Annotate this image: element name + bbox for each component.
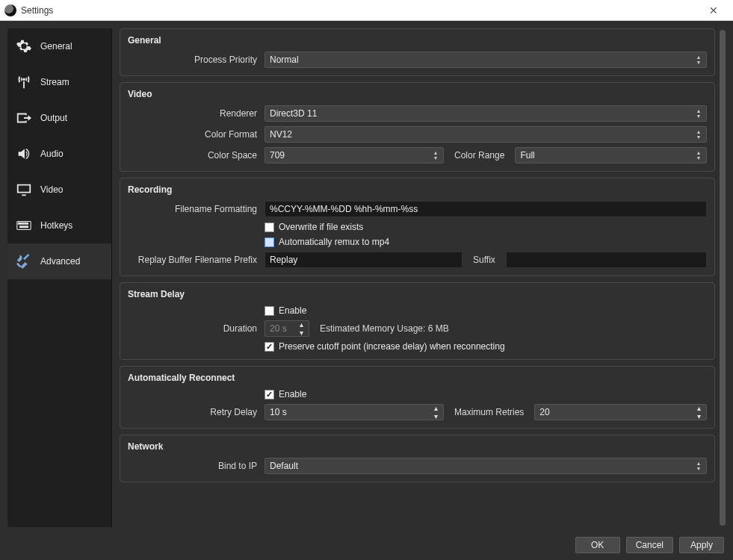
- cancel-button[interactable]: Cancel: [626, 537, 673, 553]
- svg-rect-5: [27, 223, 28, 224]
- sidebar-item-label: Video: [40, 184, 63, 195]
- sidebar-item-label: Output: [40, 113, 67, 123]
- replay-prefix-label: Replay Buffer Filename Prefix: [128, 255, 259, 265]
- sidebar-item-label: General: [40, 41, 72, 52]
- bind-ip-label: Bind to IP: [128, 461, 259, 471]
- ok-button[interactable]: OK: [575, 537, 620, 553]
- renderer-label: Renderer: [128, 108, 259, 119]
- chevron-updown-icon: ▲▼: [693, 148, 705, 163]
- sidebar-item-label: Stream: [40, 77, 69, 87]
- sidebar-item-advanced[interactable]: Advanced: [7, 243, 111, 279]
- antenna-icon: [15, 73, 33, 91]
- group-network: Network Bind to IP Default ▲▼: [120, 435, 715, 482]
- process-priority-select[interactable]: Normal ▲▼: [265, 52, 707, 68]
- replay-prefix-input[interactable]: Replay: [265, 252, 463, 268]
- retry-delay-spin[interactable]: 10 s ▴▾: [265, 404, 444, 420]
- sidebar-item-output[interactable]: Output: [7, 100, 111, 136]
- estimated-memory-label: Estimated Memory Usage: 6 MB: [315, 323, 454, 334]
- sidebar-item-audio[interactable]: Audio: [7, 136, 111, 172]
- reconnect-enable-checkbox[interactable]: Enable: [265, 389, 306, 399]
- speaker-icon: [15, 145, 33, 163]
- content-scrollbar[interactable]: [720, 30, 726, 526]
- sidebar-item-general[interactable]: General: [7, 28, 111, 64]
- retry-delay-label: Retry Delay: [128, 407, 259, 417]
- checkbox-icon: [265, 390, 274, 399]
- tools-icon: [15, 252, 33, 270]
- settings-content: General Process Priority Normal ▲▼ Video…: [120, 28, 717, 527]
- color-space-label: Color Space: [128, 150, 259, 161]
- apply-button[interactable]: Apply: [679, 537, 724, 553]
- color-space-select[interactable]: 709 ▲▼: [265, 147, 444, 164]
- bind-ip-select[interactable]: Default ▲▼: [265, 458, 707, 474]
- chevron-updown-icon: ▴▾: [693, 404, 705, 420]
- sidebar-item-stream[interactable]: Stream: [7, 64, 111, 100]
- preserve-cutoff-checkbox[interactable]: Preserve cutoff point (increase delay) w…: [265, 341, 505, 352]
- svg-rect-2: [20, 223, 22, 224]
- max-retries-spin[interactable]: 20 ▴▾: [534, 404, 707, 420]
- window-titlebar: Settings ✕: [0, 0, 733, 21]
- svg-rect-3: [22, 223, 24, 224]
- group-video: Video Renderer Direct3D 11 ▲▼ Color Form…: [120, 82, 715, 172]
- overwrite-checkbox[interactable]: Overwrite if file exists: [265, 222, 363, 232]
- filename-formatting-label: Filename Formatting: [128, 204, 259, 214]
- chevron-updown-icon: ▲▼: [693, 106, 705, 121]
- process-priority-label: Process Priority: [128, 55, 259, 65]
- color-range-label: Color Range: [450, 150, 509, 161]
- color-format-label: Color Format: [128, 129, 259, 140]
- group-title: Video: [128, 89, 707, 99]
- checkbox-icon: [265, 237, 274, 247]
- chevron-updown-icon: ▲▼: [693, 52, 705, 67]
- gear-icon: [15, 37, 33, 55]
- group-title: Stream Delay: [128, 289, 707, 299]
- sidebar-item-hotkeys[interactable]: Hotkeys: [7, 208, 111, 243]
- monitor-icon: [15, 181, 33, 199]
- sidebar-item-label: Advanced: [40, 256, 80, 267]
- renderer-select[interactable]: Direct3D 11 ▲▼: [265, 105, 707, 122]
- checkbox-icon: [265, 306, 274, 316]
- sidebar-item-label: Audio: [40, 149, 64, 159]
- group-title: Network: [128, 441, 707, 452]
- color-range-select[interactable]: Full ▲▼: [515, 147, 707, 164]
- group-title: Automatically Reconnect: [128, 373, 707, 383]
- max-retries-label: Maximum Retries: [450, 407, 528, 417]
- group-reconnect: Automatically Reconnect Enable Retry Del…: [120, 366, 715, 429]
- chevron-updown-icon: ▲▼: [693, 458, 705, 473]
- window-title: Settings: [21, 5, 53, 16]
- group-stream-delay: Stream Delay Enable Duration 20 s ▴▾ Est…: [120, 282, 715, 360]
- checkbox-icon: [265, 342, 274, 352]
- keyboard-icon: [15, 217, 33, 234]
- checkbox-icon: [265, 223, 274, 232]
- group-general: General Process Priority Normal ▲▼: [120, 28, 715, 76]
- group-recording: Recording Filename Formatting %CCYY-%MM-…: [120, 178, 715, 276]
- svg-rect-1: [19, 223, 20, 224]
- chevron-updown-icon: ▴▾: [295, 320, 307, 337]
- duration-spin[interactable]: 20 s ▴▾: [265, 320, 309, 337]
- filename-formatting-input[interactable]: %CCYY-%MM-%DD %hh-%mm-%ss: [265, 201, 707, 217]
- close-icon[interactable]: ✕: [699, 4, 729, 16]
- suffix-label: Suffix: [468, 255, 500, 265]
- output-icon: [15, 109, 33, 127]
- svg-rect-6: [20, 226, 28, 228]
- group-title: General: [128, 35, 707, 46]
- settings-sidebar: General Stream Output Audio Video: [7, 28, 112, 527]
- chevron-updown-icon: ▴▾: [430, 404, 442, 420]
- suffix-input[interactable]: [506, 252, 707, 268]
- group-title: Recording: [128, 184, 707, 195]
- app-icon: [4, 4, 16, 16]
- dialog-footer: OK Cancel Apply: [0, 535, 733, 560]
- sidebar-item-label: Hotkeys: [40, 220, 72, 231]
- svg-rect-4: [25, 223, 26, 224]
- duration-label: Duration: [128, 323, 259, 334]
- stream-delay-enable-checkbox[interactable]: Enable: [265, 305, 306, 316]
- sidebar-item-video[interactable]: Video: [7, 172, 111, 208]
- remux-checkbox[interactable]: Automatically remux to mp4: [265, 237, 389, 247]
- chevron-updown-icon: ▲▼: [430, 148, 442, 163]
- chevron-updown-icon: ▲▼: [693, 127, 705, 142]
- color-format-select[interactable]: NV12 ▲▼: [265, 126, 707, 143]
